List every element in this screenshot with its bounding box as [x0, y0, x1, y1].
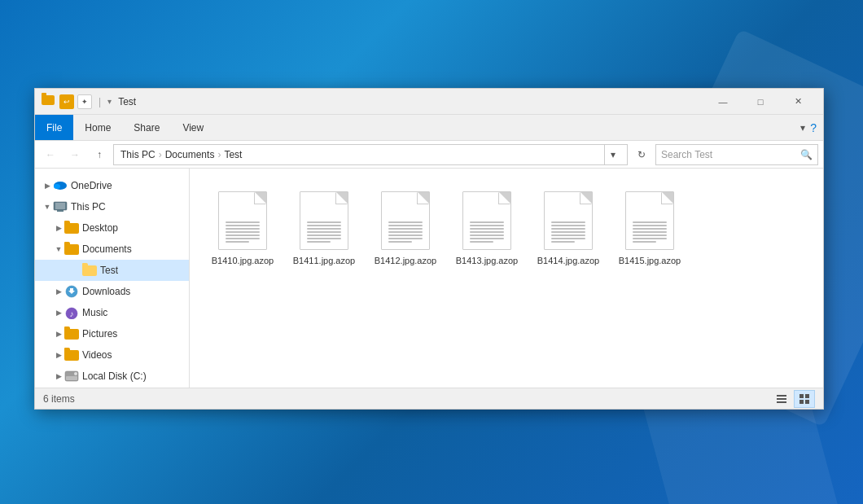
file-item-2[interactable]: B1412.jpg.azop: [369, 185, 442, 273]
sidebar-label-thispc: This PC: [71, 201, 106, 213]
search-icon[interactable]: 🔍: [800, 149, 813, 160]
file-icon-0: [218, 191, 267, 250]
desktop-folder-icon: [64, 221, 79, 234]
file-item-3[interactable]: B1413.jpg.azop: [450, 185, 523, 273]
doc-lines-3: [467, 210, 507, 246]
file-name-4: B1414.jpg.azop: [537, 255, 599, 266]
list-view-button[interactable]: [771, 390, 792, 408]
localdisk-icon: [64, 370, 79, 383]
minimize-button[interactable]: —: [704, 89, 742, 115]
svg-rect-13: [777, 395, 786, 397]
expand-arrow-onedrive: ▶: [42, 180, 53, 191]
expand-arrow-localdisk: ▶: [53, 370, 64, 382]
sidebar-item-pictures[interactable]: ▶ Pictures: [35, 323, 189, 344]
file-name-1: B1411.jpg.azop: [293, 255, 355, 266]
chevron-down-icon: ▾: [800, 122, 805, 134]
file-name-3: B1413.jpg.azop: [456, 255, 518, 266]
qat-undo-button[interactable]: ↩: [59, 94, 74, 109]
file-name-2: B1412.jpg.azop: [375, 255, 436, 266]
main-area: ▶ OneDrive ▼ This PC ▶ Deskto: [35, 169, 823, 388]
sidebar-label-videos: Videos: [82, 349, 112, 361]
tab-home[interactable]: Home: [73, 115, 122, 140]
sidebar-item-videos[interactable]: ▶ Videos: [35, 344, 189, 366]
file-grid: B1410.jpg.azop: [206, 185, 807, 273]
file-name-5: B1415.jpg.azop: [619, 255, 681, 266]
doc-lines-0: [222, 210, 263, 246]
sidebar-label-music: Music: [82, 307, 107, 318]
sidebar-item-music[interactable]: ▶ ♪ Music: [35, 302, 189, 323]
svg-rect-19: [805, 400, 809, 404]
sidebar-item-test[interactable]: Test: [35, 260, 189, 281]
file-item-4[interactable]: B1414.jpg.azop: [532, 185, 605, 273]
svg-point-12: [74, 372, 77, 375]
svg-rect-14: [777, 398, 786, 400]
file-icon-2: [381, 191, 430, 250]
file-item-5[interactable]: B1415.jpg.azop: [613, 185, 686, 273]
sidebar-label-onedrive: OneDrive: [71, 180, 112, 191]
svg-rect-7: [70, 288, 73, 291]
address-path-bar[interactable]: This PC › Documents › Test ▾: [113, 144, 628, 165]
quick-access-toolbar: ↩ ✦ | ▾: [59, 94, 112, 109]
svg-rect-16: [799, 394, 804, 398]
search-box: 🔍: [655, 144, 818, 165]
path-dropdown-button[interactable]: ▾: [604, 144, 620, 165]
expand-arrow-documents: ▼: [53, 243, 64, 255]
forward-button[interactable]: →: [64, 144, 85, 165]
sidebar-label-localdisk: Local Disk (C:): [82, 370, 147, 382]
pictures-icon: [64, 327, 79, 340]
svg-rect-15: [777, 401, 786, 403]
sidebar-label-desktop: Desktop: [82, 222, 118, 234]
help-button[interactable]: ?: [810, 121, 817, 134]
sidebar-item-onedrive[interactable]: ▶ OneDrive: [35, 175, 189, 196]
sidebar-item-documents[interactable]: ▼ Documents: [35, 239, 189, 260]
file-icon-1: [300, 191, 348, 250]
path-thispc: This PC: [120, 149, 156, 160]
view-toggle: [771, 390, 815, 408]
maximize-button[interactable]: □: [742, 89, 779, 115]
svg-rect-18: [799, 400, 804, 404]
grid-view-icon: [799, 393, 810, 405]
doc-lines-1: [304, 210, 344, 246]
tab-share[interactable]: Share: [122, 115, 171, 140]
sidebar-item-downloads[interactable]: ▶ Downloads: [35, 281, 189, 302]
file-explorer-window: ↩ ✦ | ▾ Test — □ ✕ File Home Share View …: [34, 88, 824, 410]
tab-view[interactable]: View: [171, 115, 215, 140]
up-button[interactable]: ↑: [89, 144, 110, 165]
window-controls: — □ ✕: [704, 89, 817, 115]
file-item-0[interactable]: B1410.jpg.azop: [206, 185, 279, 273]
back-button[interactable]: ←: [40, 144, 61, 165]
ribbon: File Home Share View ▾ ?: [35, 115, 823, 141]
sidebar-item-thispc[interactable]: ▼ This PC: [35, 196, 189, 217]
svg-rect-17: [805, 394, 809, 398]
file-icon-5: [625, 191, 674, 250]
music-icon: ♪: [64, 306, 79, 319]
title-separator: |: [99, 96, 101, 107]
grid-view-button[interactable]: [794, 390, 815, 408]
doc-lines-5: [629, 210, 670, 246]
svg-point-1: [54, 184, 60, 189]
documents-folder-icon: [64, 243, 79, 256]
test-folder-icon: [82, 264, 97, 277]
sidebar-label-pictures: Pictures: [82, 328, 117, 340]
refresh-button[interactable]: ↻: [631, 144, 652, 165]
svg-rect-4: [57, 210, 64, 212]
expand-arrow-desktop: ▶: [53, 222, 64, 234]
tab-file[interactable]: File: [35, 115, 73, 140]
path-documents: Documents: [165, 149, 215, 160]
ribbon-expand-button[interactable]: ▾ ?: [794, 115, 823, 140]
doc-lines-4: [548, 210, 589, 246]
qat-dropdown-button[interactable]: ▾: [107, 97, 112, 106]
status-bar: 6 items: [35, 388, 823, 409]
sidebar-item-desktop[interactable]: ▶ Desktop: [35, 217, 189, 239]
qat-properties-button[interactable]: ✦: [77, 94, 92, 109]
sidebar-item-localdisk[interactable]: ▶ Local Disk (C:): [35, 366, 189, 387]
search-input[interactable]: [661, 149, 800, 160]
downloads-icon: [64, 285, 79, 298]
expand-arrow-music: ▶: [53, 307, 64, 318]
window-title: Test: [118, 96, 704, 107]
close-button[interactable]: ✕: [779, 89, 817, 115]
file-item-1[interactable]: B1411.jpg.azop: [287, 185, 361, 273]
svg-rect-3: [55, 203, 65, 209]
expand-arrow-thispc: ▼: [42, 201, 53, 213]
sidebar-label-downloads: Downloads: [82, 286, 130, 297]
